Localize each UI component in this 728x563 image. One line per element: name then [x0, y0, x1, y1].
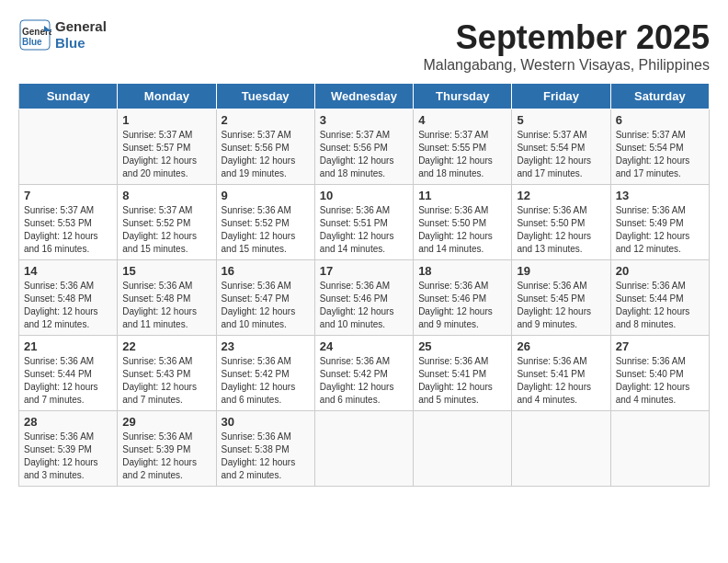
logo-line1: General	[55, 18, 107, 35]
weekday-header: Friday	[512, 84, 610, 109]
calendar-cell: 27Sunrise: 5:36 AM Sunset: 5:40 PM Dayli…	[610, 336, 709, 411]
svg-text:Blue: Blue	[22, 37, 42, 47]
calendar-week: 21Sunrise: 5:36 AM Sunset: 5:44 PM Dayli…	[19, 336, 710, 411]
calendar-week: 28Sunrise: 5:36 AM Sunset: 5:39 PM Dayli…	[19, 411, 710, 487]
calendar-cell: 9Sunrise: 5:36 AM Sunset: 5:52 PM Daylig…	[216, 185, 314, 260]
day-number: 7	[24, 189, 112, 202]
calendar-cell: 15Sunrise: 5:36 AM Sunset: 5:48 PM Dayli…	[118, 260, 216, 336]
day-content: Sunrise: 5:36 AM Sunset: 5:48 PM Dayligh…	[122, 280, 210, 331]
day-content: Sunrise: 5:36 AM Sunset: 5:39 PM Dayligh…	[24, 431, 112, 482]
calendar-cell: 26Sunrise: 5:36 AM Sunset: 5:41 PM Dayli…	[512, 336, 610, 411]
day-content: Sunrise: 5:36 AM Sunset: 5:50 PM Dayligh…	[418, 204, 506, 256]
calendar-cell: 11Sunrise: 5:36 AM Sunset: 5:50 PM Dayli…	[414, 185, 512, 260]
calendar-cell: 29Sunrise: 5:36 AM Sunset: 5:39 PM Dayli…	[118, 411, 216, 487]
day-number: 10	[320, 189, 408, 202]
weekday-header: Sunday	[19, 84, 118, 109]
calendar-cell	[314, 411, 413, 487]
day-content: Sunrise: 5:37 AM Sunset: 5:55 PM Dayligh…	[418, 129, 506, 180]
day-number: 12	[517, 189, 605, 202]
day-content: Sunrise: 5:36 AM Sunset: 5:46 PM Dayligh…	[320, 280, 408, 331]
day-number: 19	[517, 264, 605, 278]
calendar-cell	[512, 411, 610, 487]
day-content: Sunrise: 5:36 AM Sunset: 5:44 PM Dayligh…	[24, 355, 112, 407]
day-number: 28	[24, 415, 112, 429]
calendar-cell: 6Sunrise: 5:37 AM Sunset: 5:54 PM Daylig…	[610, 109, 709, 185]
calendar-header: SundayMondayTuesdayWednesdayThursdayFrid…	[19, 84, 710, 109]
day-content: Sunrise: 5:36 AM Sunset: 5:42 PM Dayligh…	[222, 355, 310, 407]
day-number: 11	[418, 189, 506, 202]
logo: General Blue General Blue	[18, 18, 107, 52]
calendar-cell: 1Sunrise: 5:37 AM Sunset: 5:57 PM Daylig…	[118, 109, 216, 185]
calendar-cell: 30Sunrise: 5:36 AM Sunset: 5:38 PM Dayli…	[216, 411, 314, 487]
day-content: Sunrise: 5:36 AM Sunset: 5:44 PM Dayligh…	[616, 280, 704, 331]
day-number: 25	[418, 339, 506, 353]
day-number: 14	[24, 264, 112, 278]
day-content: Sunrise: 5:37 AM Sunset: 5:53 PM Dayligh…	[24, 204, 112, 256]
calendar-cell: 28Sunrise: 5:36 AM Sunset: 5:39 PM Dayli…	[19, 411, 118, 487]
day-content: Sunrise: 5:36 AM Sunset: 5:50 PM Dayligh…	[517, 204, 605, 256]
day-number: 23	[222, 339, 310, 353]
day-number: 18	[418, 264, 506, 278]
calendar-cell: 5Sunrise: 5:37 AM Sunset: 5:54 PM Daylig…	[512, 109, 610, 185]
title-block: September 2025 Malangabang, Western Visa…	[423, 18, 710, 74]
day-number: 22	[122, 339, 210, 353]
calendar-cell: 3Sunrise: 5:37 AM Sunset: 5:56 PM Daylig…	[314, 109, 413, 185]
day-number: 16	[222, 264, 310, 278]
day-number: 15	[122, 264, 210, 278]
calendar-cell: 14Sunrise: 5:36 AM Sunset: 5:48 PM Dayli…	[19, 260, 118, 336]
calendar-cell: 25Sunrise: 5:36 AM Sunset: 5:41 PM Dayli…	[414, 336, 512, 411]
day-number: 30	[222, 415, 310, 429]
day-number: 13	[616, 189, 704, 202]
day-content: Sunrise: 5:37 AM Sunset: 5:56 PM Dayligh…	[222, 129, 310, 180]
day-number: 17	[320, 264, 408, 278]
day-content: Sunrise: 5:36 AM Sunset: 5:38 PM Dayligh…	[222, 431, 310, 482]
day-content: Sunrise: 5:37 AM Sunset: 5:54 PM Dayligh…	[616, 129, 704, 180]
calendar-cell: 12Sunrise: 5:36 AM Sunset: 5:50 PM Dayli…	[512, 185, 610, 260]
calendar-table: SundayMondayTuesdayWednesdayThursdayFrid…	[18, 83, 710, 487]
day-number: 4	[418, 113, 506, 127]
calendar-cell: 4Sunrise: 5:37 AM Sunset: 5:55 PM Daylig…	[414, 109, 512, 185]
day-content: Sunrise: 5:36 AM Sunset: 5:41 PM Dayligh…	[517, 355, 605, 407]
calendar-cell: 21Sunrise: 5:36 AM Sunset: 5:44 PM Dayli…	[19, 336, 118, 411]
logo-line2: Blue	[55, 35, 107, 52]
day-number: 2	[222, 113, 310, 127]
day-content: Sunrise: 5:37 AM Sunset: 5:52 PM Dayligh…	[122, 204, 210, 256]
day-content: Sunrise: 5:36 AM Sunset: 5:47 PM Dayligh…	[222, 280, 310, 331]
day-content: Sunrise: 5:37 AM Sunset: 5:56 PM Dayligh…	[320, 129, 408, 180]
day-content: Sunrise: 5:36 AM Sunset: 5:52 PM Dayligh…	[222, 204, 310, 256]
day-number: 9	[222, 189, 310, 202]
calendar-cell: 22Sunrise: 5:36 AM Sunset: 5:43 PM Dayli…	[118, 336, 216, 411]
day-content: Sunrise: 5:36 AM Sunset: 5:42 PM Dayligh…	[320, 355, 408, 407]
day-number: 27	[616, 339, 704, 353]
calendar-cell: 13Sunrise: 5:36 AM Sunset: 5:49 PM Dayli…	[610, 185, 709, 260]
calendar-body: 1Sunrise: 5:37 AM Sunset: 5:57 PM Daylig…	[19, 109, 710, 487]
day-number: 8	[122, 189, 210, 202]
day-number: 20	[616, 264, 704, 278]
day-number: 29	[122, 415, 210, 429]
calendar-week: 14Sunrise: 5:36 AM Sunset: 5:48 PM Dayli…	[19, 260, 710, 336]
calendar-cell: 10Sunrise: 5:36 AM Sunset: 5:51 PM Dayli…	[314, 185, 413, 260]
calendar-cell: 16Sunrise: 5:36 AM Sunset: 5:47 PM Dayli…	[216, 260, 314, 336]
day-number: 1	[122, 113, 210, 127]
page-header: General Blue General Blue September 2025…	[18, 18, 710, 74]
calendar-cell	[610, 411, 709, 487]
calendar-cell: 18Sunrise: 5:36 AM Sunset: 5:46 PM Dayli…	[414, 260, 512, 336]
calendar-cell: 8Sunrise: 5:37 AM Sunset: 5:52 PM Daylig…	[118, 185, 216, 260]
calendar-cell	[19, 109, 118, 185]
day-content: Sunrise: 5:36 AM Sunset: 5:43 PM Dayligh…	[122, 355, 210, 407]
weekday-header: Thursday	[414, 84, 512, 109]
day-content: Sunrise: 5:36 AM Sunset: 5:45 PM Dayligh…	[517, 280, 605, 331]
calendar-cell: 19Sunrise: 5:36 AM Sunset: 5:45 PM Dayli…	[512, 260, 610, 336]
weekday-header: Tuesday	[216, 84, 314, 109]
day-content: Sunrise: 5:36 AM Sunset: 5:49 PM Dayligh…	[616, 204, 704, 256]
logo-icon: General Blue	[18, 18, 51, 52]
day-content: Sunrise: 5:36 AM Sunset: 5:46 PM Dayligh…	[418, 280, 506, 331]
month-title: September 2025	[423, 18, 710, 57]
day-number: 21	[24, 339, 112, 353]
day-content: Sunrise: 5:36 AM Sunset: 5:41 PM Dayligh…	[418, 355, 506, 407]
calendar-cell: 23Sunrise: 5:36 AM Sunset: 5:42 PM Dayli…	[216, 336, 314, 411]
calendar-cell: 17Sunrise: 5:36 AM Sunset: 5:46 PM Dayli…	[314, 260, 413, 336]
day-number: 26	[517, 339, 605, 353]
weekday-header: Wednesday	[314, 84, 413, 109]
calendar-week: 1Sunrise: 5:37 AM Sunset: 5:57 PM Daylig…	[19, 109, 710, 185]
